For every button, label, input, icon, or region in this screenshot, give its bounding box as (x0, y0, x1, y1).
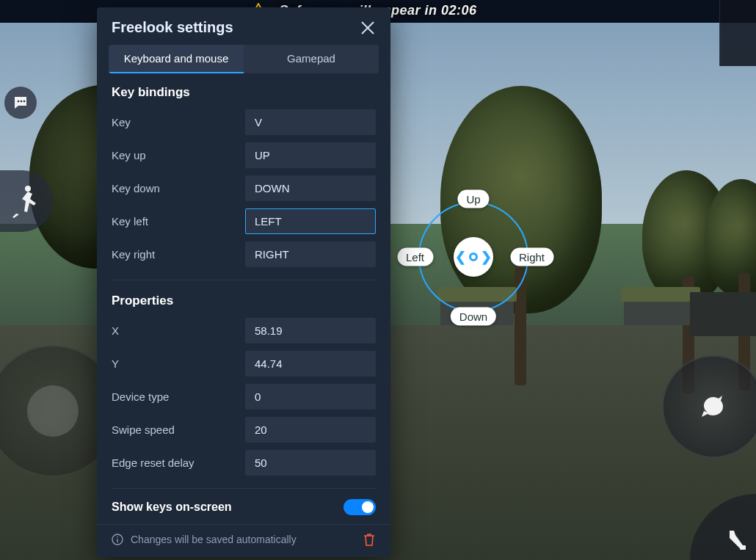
panel-title: Freelook settings (112, 19, 233, 36)
input-x[interactable] (245, 318, 376, 343)
freelook-left-label[interactable]: Left (397, 248, 433, 266)
freelook-center-handle[interactable]: ❮ ❯ (454, 237, 493, 277)
row-key: Key (97, 106, 390, 139)
panel-footer: Changes will be saved automatically (97, 524, 390, 557)
svg-rect-9 (740, 545, 746, 550)
input-key-left[interactable] (245, 208, 376, 234)
section-divider (112, 488, 376, 489)
row-y: Y (97, 347, 390, 380)
row-x: X (97, 314, 390, 347)
section-divider (112, 280, 376, 280)
label-key: Key (112, 116, 233, 128)
footer-note: Changes will be saved automatically (131, 534, 297, 545)
toggle-show-keys[interactable] (344, 499, 376, 515)
row-key-down: Key down (97, 172, 390, 205)
section-title-properties: Properties (97, 282, 390, 314)
label-x: X (112, 324, 233, 337)
freelook-down-label[interactable]: Down (451, 308, 496, 326)
row-show-keys: Show keys on-screen (97, 490, 390, 524)
freelook-right-chevron: ❯ (481, 249, 492, 265)
svg-point-6 (21, 101, 23, 103)
input-y[interactable] (245, 351, 376, 377)
tab-gamepad[interactable]: Gamepad (244, 45, 379, 73)
svg-point-5 (18, 101, 20, 103)
row-key-right: Key right (97, 238, 390, 271)
label-key-right: Key right (112, 248, 233, 261)
freelook-center-icon (469, 252, 478, 261)
label-key-up: Key up (112, 149, 233, 161)
right-edge-panel[interactable] (719, 0, 756, 66)
delete-icon[interactable] (363, 532, 376, 547)
building-graphic (690, 292, 756, 336)
freelook-left-chevron: ❮ (455, 249, 466, 265)
action-corner-button[interactable] (690, 494, 756, 560)
label-y: Y (112, 357, 233, 370)
row-swipe-speed: Swipe speed (97, 413, 390, 446)
label-key-down: Key down (112, 182, 233, 194)
freelook-control-overlay[interactable]: ❮ ❯ Up Down Left Right (418, 202, 528, 312)
row-key-left: Key left (97, 205, 390, 238)
input-device-type[interactable] (245, 384, 376, 410)
svg-point-8 (25, 186, 31, 192)
freelook-right-label[interactable]: Right (510, 248, 553, 266)
tab-keyboard-mouse[interactable]: Keyboard and mouse (109, 45, 244, 73)
row-device-type: Device type (97, 380, 390, 413)
freelook-up-label[interactable]: Up (457, 190, 489, 208)
input-key-up[interactable] (245, 142, 376, 168)
input-key-down[interactable] (245, 175, 376, 201)
info-icon (112, 534, 123, 545)
label-device-type: Device type (112, 390, 233, 403)
row-key-up: Key up (97, 139, 390, 172)
freelook-settings-panel: Freelook settings Keyboard and mouse Gam… (97, 7, 390, 557)
section-title-keybindings: Key bindings (97, 73, 390, 106)
attack-button[interactable] (662, 355, 756, 458)
input-swipe-speed[interactable] (245, 417, 376, 443)
svg-point-7 (23, 101, 26, 103)
label-key-left: Key left (112, 215, 233, 228)
input-edge-reset[interactable] (245, 450, 376, 476)
input-key-right[interactable] (245, 241, 376, 267)
label-swipe-speed: Swipe speed (112, 423, 233, 436)
input-key[interactable] (245, 109, 376, 135)
svg-point-12 (117, 537, 118, 538)
close-icon[interactable] (360, 20, 376, 36)
row-edge-reset: Edge reset delay (97, 446, 390, 479)
settings-tabs: Keyboard and mouse Gamepad (109, 45, 379, 73)
chat-button[interactable] (4, 87, 37, 119)
label-edge-reset: Edge reset delay (112, 457, 233, 469)
building-graphic (624, 299, 697, 325)
label-show-keys: Show keys on-screen (112, 501, 232, 514)
